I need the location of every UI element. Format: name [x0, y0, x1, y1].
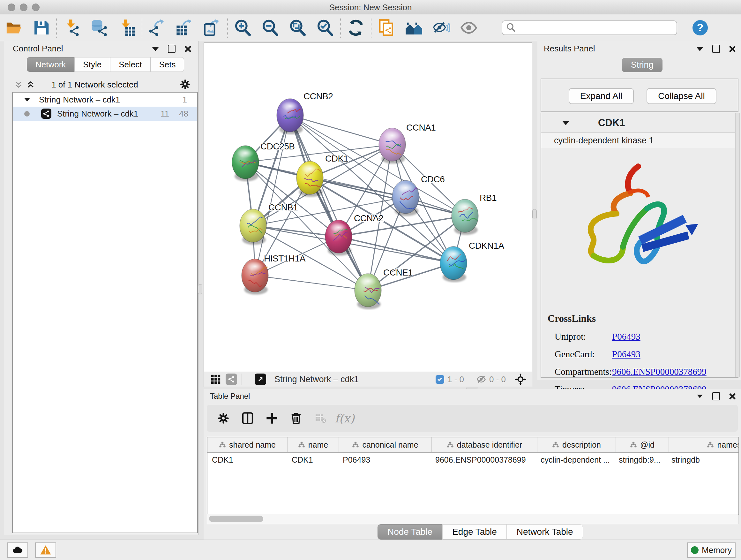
node-label-CCNA1: CCNA1 [406, 123, 435, 132]
scrollbar-thumb[interactable] [209, 516, 263, 522]
first-neighbors-icon[interactable] [400, 17, 428, 38]
crosslink-row: GeneCard:P06493 [548, 349, 731, 360]
edge-CCNB2-CCNE1[interactable] [290, 115, 368, 290]
column-type-icon [219, 441, 226, 448]
column-header-sharedname[interactable]: shared name [207, 437, 287, 452]
close-panel-icon[interactable] [729, 45, 736, 52]
show-all-icon[interactable] [455, 17, 482, 38]
collection-expander-icon[interactable] [24, 98, 30, 101]
column-header-id[interactable]: @id [616, 437, 669, 452]
network-options-gear-icon[interactable] [179, 78, 191, 90]
network-name: String Network – cdk1 [57, 109, 138, 119]
memory-button[interactable]: Memory [687, 543, 736, 558]
tab-node-table[interactable]: Node Table [378, 524, 442, 540]
save-session-icon[interactable] [27, 17, 55, 38]
tab-edge-table[interactable]: Edge Table [442, 524, 507, 540]
column-header-description[interactable]: description [537, 437, 616, 452]
tab-network-table[interactable]: Network Table [507, 524, 583, 540]
search-field-wrap [502, 20, 677, 35]
zoom-out-icon[interactable] [257, 17, 284, 38]
tab-select[interactable]: Select [110, 57, 150, 72]
results-buttons-box: Expand All Collapse All [541, 78, 738, 112]
table-row[interactable]: CDK1CDK1P064939606.ENSP00000378699cyclin… [207, 453, 738, 467]
search-input[interactable] [502, 20, 677, 35]
hidden-counts: 0 - 0 [489, 374, 506, 384]
export-network-icon[interactable] [144, 17, 171, 38]
network-row[interactable]: String Network – cdk1 11 48 [13, 107, 197, 121]
export-table-icon[interactable] [171, 17, 199, 38]
network-canvas[interactable]: CCNB2CCNA1CDC25BCDK1CDC6RB1CCNB1CCNA2HIS… [204, 43, 532, 372]
table-cell: CDK1 [287, 453, 338, 467]
float-panel-icon[interactable] [168, 45, 176, 53]
refresh-view-icon[interactable] [342, 17, 369, 38]
import-network-file-icon[interactable] [58, 17, 85, 38]
column-header-canonicalname[interactable]: canonical name [339, 437, 432, 452]
expand-all-button[interactable]: Expand All [569, 88, 634, 104]
cloud-status-button[interactable] [7, 543, 28, 558]
panel-menu-icon[interactable] [696, 47, 703, 51]
tab-network[interactable]: Network [27, 57, 74, 72]
tab-sets[interactable]: Sets [150, 57, 184, 72]
node-navigator-icon[interactable] [515, 374, 526, 385]
zoom-selected-icon[interactable] [312, 17, 339, 38]
warning-icon [40, 544, 51, 556]
hidden-indicator-icon[interactable] [476, 374, 486, 384]
column-header-databaseidentifier[interactable]: database identifier [432, 437, 537, 452]
results-scrollbar[interactable] [735, 113, 740, 377]
toolbar-separator [340, 18, 341, 38]
zoom-in-icon[interactable] [229, 17, 257, 38]
gene-expander-icon[interactable] [562, 121, 569, 125]
edge-CCNA2-CDKN1A[interactable] [339, 237, 454, 263]
right-splitter-handle[interactable] [532, 209, 537, 219]
hide-selected-icon[interactable] [428, 17, 455, 38]
memory-label: Memory [702, 545, 732, 555]
edge-CCNB2-HIST1H1A[interactable] [255, 115, 290, 275]
selected-indicator-checkbox[interactable] [435, 375, 444, 384]
delete-column-icon[interactable] [284, 412, 308, 424]
table-options-gear-icon[interactable] [211, 412, 235, 425]
crosslink-link[interactable]: 9606.ENSP00000378699 [612, 367, 706, 377]
left-splitter-handle[interactable] [198, 284, 202, 294]
float-panel-icon[interactable] [712, 392, 720, 400]
tab-style[interactable]: Style [74, 57, 110, 72]
table-panel: Table Panel [204, 389, 741, 540]
panel-menu-icon[interactable] [152, 47, 159, 51]
toolbar-separator [472, 374, 472, 385]
edge-CCNB2-CCNA1[interactable] [290, 115, 392, 145]
crosslink-link[interactable]: P06493 [612, 331, 641, 342]
import-network-database-icon[interactable] [85, 17, 113, 38]
gene-card-header[interactable]: CDK1 [541, 113, 738, 133]
zoom-fit-icon[interactable] [284, 17, 312, 38]
float-panel-icon[interactable] [712, 45, 720, 53]
table-cell: 9606.ENSP00000378699 [431, 453, 536, 467]
network-graph[interactable]: CCNB2CCNA1CDC25BCDK1CDC6RB1CCNB1CCNA2HIS… [204, 43, 532, 372]
close-panel-icon[interactable] [729, 393, 736, 400]
table-horizontal-scrollbar[interactable] [207, 514, 738, 524]
network-collection-row[interactable]: String Network – cdk1 1 [13, 92, 197, 107]
column-type-icon [552, 441, 559, 448]
duplicate-network-view-icon[interactable] [373, 17, 400, 38]
edge-CCNE1-HIST1H1A[interactable] [255, 275, 368, 290]
panel-menu-icon[interactable] [697, 395, 703, 398]
tab-string[interactable]: String [622, 58, 663, 72]
warning-status-button[interactable] [35, 543, 56, 558]
memory-status-dot [691, 546, 698, 554]
column-header-name[interactable]: name [287, 437, 339, 452]
detach-view-icon[interactable] [255, 374, 266, 385]
show-columns-icon[interactable] [235, 412, 260, 425]
column-type-icon [707, 441, 714, 448]
show-grid-icon[interactable] [210, 374, 221, 385]
export-image-icon[interactable] [199, 17, 226, 38]
open-session-icon[interactable] [0, 17, 27, 38]
collapse-all-button[interactable]: Collapse All [647, 88, 717, 104]
column-header-namespace[interactable]: namespace [669, 437, 739, 452]
close-panel-icon[interactable] [185, 45, 192, 52]
network-overview-icon[interactable] [226, 374, 237, 385]
import-table-file-icon[interactable] [113, 17, 140, 38]
gene-symbol: CDK1 [598, 117, 625, 129]
table-header-row: shared namenamecanonical namedatabase id… [207, 437, 738, 453]
help-icon[interactable]: ? [692, 20, 708, 36]
table-cell: P06493 [338, 453, 431, 467]
create-column-icon[interactable] [260, 412, 284, 425]
crosslink-link[interactable]: P06493 [612, 349, 641, 360]
